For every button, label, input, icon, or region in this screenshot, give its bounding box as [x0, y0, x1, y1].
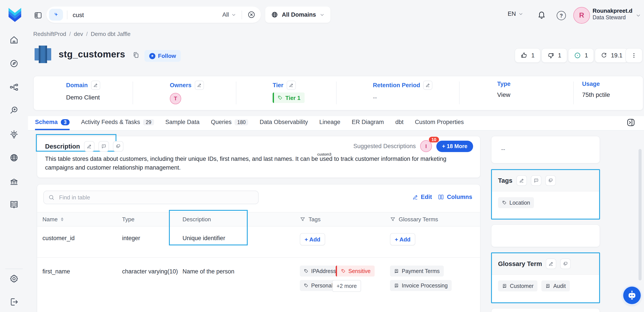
header-tags[interactable]: Tags	[300, 213, 320, 226]
freshness-button[interactable]: 19.1	[595, 48, 628, 63]
copy-tags-icon[interactable]	[545, 175, 556, 186]
table-header-row: Name Type Description Tags Glossary Term…	[37, 212, 480, 227]
tab-queries-badge: 180	[234, 119, 248, 125]
tag-chip[interactable]: Personal	[300, 280, 337, 291]
add-tag-button[interactable]: + Add	[300, 233, 325, 245]
tab-queries[interactable]: Queries180	[211, 116, 248, 130]
breadcrumb-root[interactable]: RedshiftProd	[33, 31, 66, 37]
tab-lineage[interactable]: Lineage	[319, 116, 340, 130]
cell-description[interactable]: Name of the person	[182, 268, 234, 275]
tag-chip-location[interactable]: Location	[498, 197, 534, 208]
edit-glossary-icon[interactable]	[546, 258, 556, 269]
find-in-table[interactable]	[43, 191, 259, 204]
edit-owners-icon[interactable]	[194, 81, 204, 90]
copy-description-icon[interactable]	[113, 141, 124, 152]
nav-workflow-icon[interactable]	[6, 79, 22, 95]
nav-web-icon[interactable]	[6, 150, 22, 166]
edit-description-icon[interactable]	[84, 141, 94, 152]
search-scope-label[interactable]: All	[222, 12, 229, 18]
copy-name-icon[interactable]	[132, 51, 140, 59]
tab-data-observability[interactable]: Data Observability	[260, 116, 308, 130]
user-info[interactable]: Rounakpreet.d Data Steward	[592, 8, 632, 22]
domain-label: Domain	[66, 82, 88, 89]
sidebar-toggle-icon[interactable]	[34, 11, 42, 20]
clear-search-icon[interactable]	[247, 11, 256, 19]
collapse-panel-icon[interactable]	[626, 118, 636, 127]
tab-dbt[interactable]: dbt	[395, 116, 404, 130]
nav-glossary-icon[interactable]	[6, 197, 22, 213]
edit-tier-icon[interactable]	[286, 81, 296, 90]
edit-table-button[interactable]: Edit	[412, 194, 432, 200]
retention-label: Retention Period	[373, 82, 420, 89]
filter-icon[interactable]	[390, 216, 396, 222]
filter-icon[interactable]	[300, 216, 306, 222]
scope-chevron-icon[interactable]	[231, 12, 236, 17]
comment-icon[interactable]	[98, 141, 109, 152]
more-actions-button[interactable]	[626, 48, 642, 63]
cell-name[interactable]: customer_id	[42, 235, 74, 241]
cell-name[interactable]: first_name	[42, 268, 70, 275]
nav-logout-icon[interactable]	[6, 294, 22, 310]
header-description[interactable]: Description	[182, 213, 211, 226]
refresh-icon	[600, 52, 608, 59]
add-glossary-button[interactable]: + Add	[390, 233, 415, 245]
tab-custom-properties[interactable]: Custom Properties	[415, 116, 464, 130]
comment-tags-icon[interactable]	[531, 175, 541, 186]
copy-glossary-icon[interactable]	[560, 258, 571, 269]
upvote-button[interactable]: 1	[515, 48, 540, 63]
nav-home-icon[interactable]	[6, 32, 22, 48]
left-nav	[0, 0, 28, 312]
status-button[interactable]: 1	[568, 48, 594, 63]
glossary-term-chip[interactable]: Audit	[541, 280, 570, 291]
search-input[interactable]	[72, 11, 222, 19]
more-suggestions-button[interactable]: + 18 More	[436, 140, 473, 152]
header-type[interactable]: Type	[122, 213, 134, 226]
atlan-logo[interactable]	[7, 8, 23, 22]
all-domains-button[interactable]: All Domains	[265, 7, 330, 23]
nav-settings-icon[interactable]	[6, 271, 22, 286]
find-in-table-input[interactable]	[58, 194, 254, 201]
more-tags-chip[interactable]: +2 more	[332, 280, 361, 292]
owner-avatar[interactable]: T	[170, 93, 181, 104]
header-name[interactable]: Name	[42, 213, 63, 226]
tab-er-diagram[interactable]: ER Diagram	[352, 116, 384, 130]
edit-domain-icon[interactable]	[91, 81, 100, 90]
follow-button[interactable]: ★ Follow	[144, 50, 181, 62]
notifications-bell-icon[interactable]	[537, 10, 546, 19]
nav-compass-icon[interactable]	[6, 56, 22, 71]
nav-insights-icon[interactable]	[6, 127, 22, 142]
edit-retention-icon[interactable]	[423, 81, 432, 90]
tab-sample-data[interactable]: Sample Data	[166, 116, 200, 130]
header-glossary-terms[interactable]: Glossary Terms	[390, 213, 438, 226]
partial-section-card	[491, 308, 600, 312]
downvote-button[interactable]: 1	[541, 48, 567, 63]
tag-chip[interactable]: IPAddress	[300, 265, 340, 276]
glossary-term-chip[interactable]: Invoice Processing	[390, 280, 452, 291]
cell-type: integer	[122, 235, 140, 241]
nav-observability-icon[interactable]	[6, 103, 22, 118]
nav-governance-icon[interactable]	[6, 174, 22, 190]
user-menu-chevron-icon[interactable]	[636, 13, 641, 19]
edit-tags-icon[interactable]	[516, 175, 527, 186]
glossary-term-chip[interactable]: Payment Terms	[390, 265, 444, 276]
user-avatar[interactable]: R	[573, 7, 590, 24]
breadcrumb-leaf[interactable]: Demo dbt Jaffle	[91, 31, 131, 37]
tier-badge[interactable]: Tier 1	[273, 92, 305, 103]
help-icon[interactable]: ?	[557, 11, 566, 20]
scrollbar-thumb[interactable]	[638, 149, 642, 280]
breadcrumb-mid[interactable]: dev	[74, 31, 83, 37]
table-row: customer_id integer Unique identifier + …	[37, 226, 480, 257]
tag-chip-sensitive[interactable]: Sensitive	[336, 265, 374, 276]
tab-activity-feeds[interactable]: Activity Feeds & Tasks29	[81, 116, 154, 130]
assistant-bot-button[interactable]	[623, 286, 641, 304]
global-search[interactable]: All	[46, 7, 261, 23]
sort-icon[interactable]	[60, 217, 63, 221]
language-selector[interactable]: EN	[508, 11, 524, 17]
domain-value[interactable]: Demo Client	[66, 94, 100, 101]
columns-button[interactable]: Columns	[438, 194, 472, 200]
glossary-term-chip[interactable]: Customer	[498, 280, 538, 291]
glossary-term-section: Glossary Term Customer Audit	[491, 252, 600, 303]
cell-description[interactable]: Unique identifier	[182, 235, 225, 241]
tab-schema[interactable]: Schema3	[35, 116, 70, 130]
empty-section-card	[491, 224, 600, 247]
